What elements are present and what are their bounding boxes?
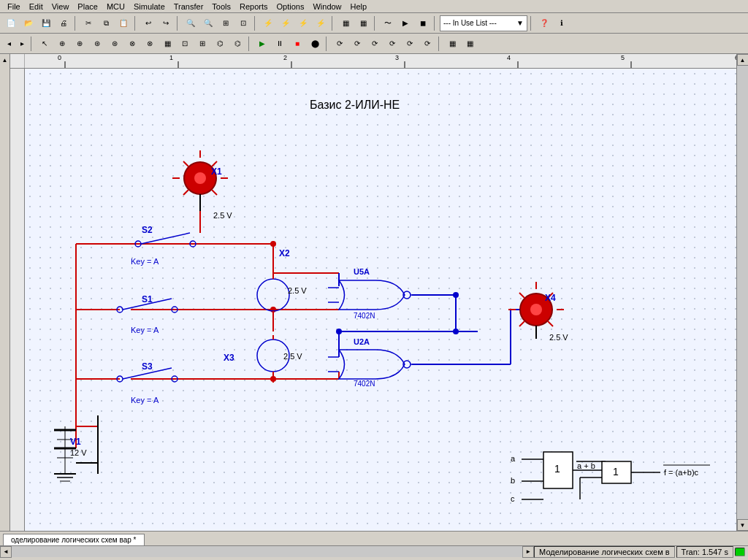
tb2-e5[interactable]: ⟳ xyxy=(402,36,418,52)
tb2-stop[interactable]: ■ xyxy=(289,36,305,52)
tb-new[interactable]: 📄 xyxy=(3,15,19,31)
menu-mcu[interactable]: MCU xyxy=(102,1,129,12)
u2a-part: 7402N xyxy=(354,380,375,388)
tb-b1[interactable]: ⚡ xyxy=(260,15,276,31)
tab-active[interactable]: оделирование логических схем вар * xyxy=(3,534,145,545)
tb2-e4[interactable]: ⟳ xyxy=(384,36,400,52)
svg-point-41 xyxy=(336,329,342,334)
menu-view[interactable]: View xyxy=(47,1,74,12)
s3-label: S3 xyxy=(142,361,153,372)
menu-reports[interactable]: Reports xyxy=(235,1,272,12)
tb-c1[interactable]: ▦ xyxy=(337,15,354,31)
tb-zoom-fit[interactable]: ⊞ xyxy=(218,15,234,31)
svg-point-63 xyxy=(257,279,289,311)
tb2-b2[interactable]: ▸ xyxy=(16,36,28,52)
tb-print[interactable]: 🖨 xyxy=(56,15,72,31)
hscroll-bar: ◄ ► Моделирование логических схем в Tran… xyxy=(0,545,748,557)
tb2-b10[interactable]: ⊡ xyxy=(177,36,193,52)
left-sidebar: ▲ xyxy=(0,54,10,531)
tb2-arrow[interactable]: ↖ xyxy=(37,36,53,52)
menu-file[interactable]: File xyxy=(3,1,25,12)
svg-point-36 xyxy=(270,241,276,247)
u2a-label: U2A xyxy=(354,337,370,346)
tb-save[interactable]: 💾 xyxy=(38,15,54,31)
hscroll-track[interactable] xyxy=(12,546,522,557)
tb-copy[interactable]: ⧉ xyxy=(98,15,114,31)
tb2-b12[interactable]: ⌬ xyxy=(212,36,228,52)
tb2-b1[interactable]: ◂ xyxy=(3,36,15,52)
tb-b2[interactable]: ⚡ xyxy=(278,15,294,31)
tb-b3[interactable]: ⚡ xyxy=(295,15,311,31)
tb-cut[interactable]: ✂ xyxy=(80,15,96,31)
tb2-e3[interactable]: ⟳ xyxy=(367,36,383,52)
tb2-step[interactable]: ⬤ xyxy=(307,36,323,52)
tb-undo[interactable]: ↩ xyxy=(140,15,156,31)
tb-d2[interactable]: ◼ xyxy=(415,15,431,31)
tb2-b13[interactable]: ⌬ xyxy=(229,36,245,52)
tb-open[interactable]: 📂 xyxy=(20,15,37,31)
tb2-b6[interactable]: ⊛ xyxy=(107,36,123,52)
logic-formula: f = (a+b)c xyxy=(664,468,699,477)
tb2-e6[interactable]: ⟳ xyxy=(419,36,435,52)
menu-bar: File Edit View Place MCU Simulate Transf… xyxy=(0,0,748,13)
hscroll-left[interactable]: ◄ xyxy=(0,546,12,558)
sep3 xyxy=(177,16,180,31)
u5a-part: 7402N xyxy=(354,312,375,320)
tb2-b3[interactable]: ⊕ xyxy=(54,36,70,52)
tb-info[interactable]: ℹ xyxy=(554,15,570,31)
tb-paste[interactable]: 📋 xyxy=(115,15,131,31)
menu-help[interactable]: Help xyxy=(346,1,372,12)
tb2-b9[interactable]: ▦ xyxy=(159,36,175,52)
circuit-title: Базис 2-ИЛИ-НЕ xyxy=(310,99,400,111)
scroll-down-btn[interactable]: ▼ xyxy=(737,519,749,531)
sep9 xyxy=(31,37,34,51)
sep1 xyxy=(75,16,77,31)
tb2-b11[interactable]: ⊞ xyxy=(194,36,210,52)
tb2-f1[interactable]: ▦ xyxy=(444,36,460,52)
tb2-b7[interactable]: ⊗ xyxy=(124,36,140,52)
menu-transfer[interactable]: Transfer xyxy=(169,1,208,12)
tb-help[interactable]: ❓ xyxy=(536,15,552,31)
svg-line-81 xyxy=(212,190,217,195)
indicator-green xyxy=(735,548,745,556)
menu-options[interactable]: Options xyxy=(272,1,309,12)
tb-zoom-out[interactable]: 🔍 xyxy=(200,15,216,31)
menu-window[interactable]: Window xyxy=(308,1,346,12)
tb2-run[interactable]: ▶ xyxy=(254,36,270,52)
menu-place[interactable]: Place xyxy=(73,1,102,12)
tb2-b8[interactable]: ⊗ xyxy=(142,36,158,52)
tb-redo[interactable]: ↪ xyxy=(158,15,174,31)
tb-zoom-sel[interactable]: ⊡ xyxy=(235,15,251,31)
tb2-b4[interactable]: ⊕ xyxy=(72,36,88,52)
v1-label: V1 xyxy=(70,437,81,447)
tb2-e2[interactable]: ⟳ xyxy=(349,36,365,52)
v-x3: 2.5 V xyxy=(283,352,302,361)
canvas-wrapper[interactable]: 0 1 2 3 4 5 6 xyxy=(10,54,736,531)
tb-zoom-in[interactable]: 🔍 xyxy=(183,15,199,31)
tb-c2[interactable]: ▦ xyxy=(355,15,371,31)
scroll-track-v[interactable] xyxy=(737,66,748,519)
tb-b4[interactable]: ⚡ xyxy=(313,15,329,31)
tb2-b5[interactable]: ⊛ xyxy=(89,36,105,52)
x3-label: X3 xyxy=(224,353,234,363)
sep12 xyxy=(438,37,441,51)
u5a-label: U5A xyxy=(354,267,370,276)
menu-tools[interactable]: Tools xyxy=(207,1,235,12)
logic-c: c xyxy=(511,494,515,503)
sep6 xyxy=(374,16,377,31)
v1-value: 12 V xyxy=(70,448,87,457)
tb-d1[interactable]: ▶ xyxy=(397,15,413,31)
tb2-e1[interactable]: ⟳ xyxy=(332,36,348,52)
hscroll-right[interactable]: ► xyxy=(522,546,534,558)
circuit-canvas[interactable]: Базис 2-ИЛИ-НЕ xyxy=(25,69,736,531)
menu-edit[interactable]: Edit xyxy=(25,1,47,12)
svg-point-40 xyxy=(453,329,459,334)
s2-label: S2 xyxy=(142,225,153,235)
toolbar-dropdown[interactable]: --- In Use List --- ▼ xyxy=(440,15,527,31)
tb2-f2[interactable]: ▦ xyxy=(462,36,478,52)
tb-wave[interactable]: 〜 xyxy=(380,15,396,31)
tb2-pause[interactable]: ⏸ xyxy=(272,36,288,52)
sep11 xyxy=(326,37,329,51)
scroll-up-btn[interactable]: ▲ xyxy=(737,54,749,66)
menu-simulate[interactable]: Simulate xyxy=(129,1,169,12)
